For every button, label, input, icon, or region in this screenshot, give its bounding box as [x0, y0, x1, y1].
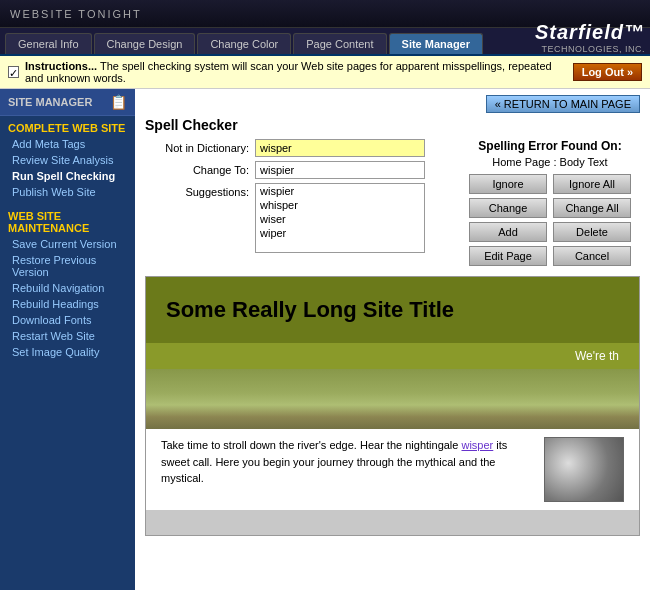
logout-button[interactable]: Log Out » — [573, 63, 642, 81]
tab-general-info[interactable]: General Info — [5, 33, 92, 54]
button-row-1: Ignore Ignore All — [460, 174, 640, 194]
site-manager-header: SITE MANAGER 📋 — [0, 89, 135, 116]
change-button[interactable]: Change — [469, 198, 547, 218]
change-to-input[interactable] — [255, 161, 425, 179]
not-in-dictionary-row: Not in Dictionary: — [145, 139, 450, 157]
ignore-button[interactable]: Ignore — [469, 174, 547, 194]
spell-form: Not in Dictionary: Change To: Suggestion… — [145, 139, 450, 270]
add-button[interactable]: Add — [469, 222, 547, 242]
return-bar: « RETURN TO MAIN PAGE — [145, 95, 640, 113]
error-location: Home Page : Body Text — [460, 156, 640, 168]
nav-tabs: General Info Change Design Change Color … — [0, 28, 650, 56]
site-manager-icon: 📋 — [110, 94, 127, 110]
edit-page-button[interactable]: Edit Page — [469, 246, 547, 266]
sidebar-item-review-site-analysis[interactable]: Review Site Analysis — [0, 152, 135, 168]
preview-text-before: Take time to stroll down the river's edg… — [161, 439, 461, 451]
sidebar-item-publish-web-site[interactable]: Publish Web Site — [0, 184, 135, 200]
preview-site-title-bar: Some Really Long Site Title — [146, 277, 639, 343]
site-manager-label: SITE MANAGER — [8, 96, 92, 108]
spelling-error-title: Spelling Error Found On: — [460, 139, 640, 153]
preview-tagline: We're th — [146, 343, 639, 369]
sidebar-item-restart-web-site[interactable]: Restart Web Site — [0, 328, 135, 344]
suggestions-label: Suggestions: — [145, 183, 255, 198]
not-in-dictionary-input[interactable] — [255, 139, 425, 157]
preview-highlight-word: wisper — [461, 439, 493, 451]
tab-change-design[interactable]: Change Design — [94, 33, 196, 54]
change-to-row: Change To: — [145, 161, 450, 179]
photo-inner — [545, 438, 623, 501]
preview-landscape — [146, 369, 639, 429]
ignore-all-button[interactable]: Ignore All — [553, 174, 631, 194]
instruction-checkbox[interactable]: ✓ — [8, 66, 19, 78]
content-area: « RETURN TO MAIN PAGE Spell Checker Not … — [135, 89, 650, 590]
sidebar-item-run-spell-checking[interactable]: Run Spell Checking — [0, 168, 135, 184]
sidebar-item-restore-previous-version[interactable]: Restore Previous Version — [0, 252, 135, 280]
change-to-label: Change To: — [145, 161, 255, 176]
cancel-button[interactable]: Cancel — [553, 246, 631, 266]
sidebar-item-rebuild-navigation[interactable]: Rebuild Navigation — [0, 280, 135, 296]
preview-area[interactable]: Some Really Long Site Title We're th Tak… — [145, 276, 640, 536]
change-all-button[interactable]: Change All — [553, 198, 631, 218]
sidebar-item-download-fonts[interactable]: Download Fonts — [0, 312, 135, 328]
suggestion-item[interactable]: whisper — [256, 198, 424, 212]
delete-button[interactable]: Delete — [553, 222, 631, 242]
spell-main: Not in Dictionary: Change To: Suggestion… — [145, 139, 640, 270]
suggestion-item[interactable]: wiper — [256, 226, 424, 240]
button-row-3: Add Delete — [460, 222, 640, 242]
sidebar-item-add-meta-tags[interactable]: Add Meta Tags — [0, 136, 135, 152]
spell-checker-title: Spell Checker — [145, 117, 640, 133]
sidebar-item-set-image-quality[interactable]: Set Image Quality — [0, 344, 135, 360]
tab-site-manager[interactable]: Site Manager — [389, 33, 483, 54]
tab-change-color[interactable]: Change Color — [197, 33, 291, 54]
suggestion-item[interactable]: wiser — [256, 212, 424, 226]
spell-buttons: Spelling Error Found On: Home Page : Bod… — [460, 139, 640, 270]
preview-image-area — [146, 369, 639, 429]
preview-text: Take time to stroll down the river's edg… — [161, 437, 544, 502]
tab-page-content[interactable]: Page Content — [293, 33, 386, 54]
top-bar-title: WEBSITE TONIGHT — [10, 8, 142, 20]
sidebar-web-site-maintenance-title: WEB SITE MAINTENANCE — [0, 204, 135, 236]
suggestions-row: Suggestions: wispier whisper wiser wiper — [145, 183, 450, 253]
sidebar-item-save-current-version[interactable]: Save Current Version — [0, 236, 135, 252]
preview-body: Take time to stroll down the river's edg… — [146, 429, 639, 510]
button-row-4: Edit Page Cancel — [460, 246, 640, 266]
not-in-dictionary-label: Not in Dictionary: — [145, 139, 255, 154]
sidebar-item-rebuild-headings[interactable]: Rebuild Headings — [0, 296, 135, 312]
preview-inner: Some Really Long Site Title We're th Tak… — [146, 277, 639, 535]
suggestion-item[interactable]: wispier — [256, 184, 424, 198]
instruction-text: Instructions... The spell checking syste… — [25, 60, 573, 84]
sidebar-complete-web-site-title: COMPLETE WEB SITE — [0, 116, 135, 136]
sidebar: SITE MANAGER 📋 COMPLETE WEB SITE Add Met… — [0, 89, 135, 590]
button-row-2: Change Change All — [460, 198, 640, 218]
instruction-bar: ✓ Instructions... The spell checking sys… — [0, 56, 650, 89]
return-to-main-page-button[interactable]: « RETURN TO MAIN PAGE — [486, 95, 640, 113]
preview-photo — [544, 437, 624, 502]
preview-site-title: Some Really Long Site Title — [166, 297, 619, 323]
starfield-logo-sub: TECHNOLOGIES, INC. — [535, 44, 645, 54]
suggestions-list[interactable]: wispier whisper wiser wiper — [255, 183, 425, 253]
main-layout: SITE MANAGER 📋 COMPLETE WEB SITE Add Met… — [0, 89, 650, 590]
starfield-logo: Starfield™ TECHNOLOGIES, INC. — [535, 21, 645, 54]
